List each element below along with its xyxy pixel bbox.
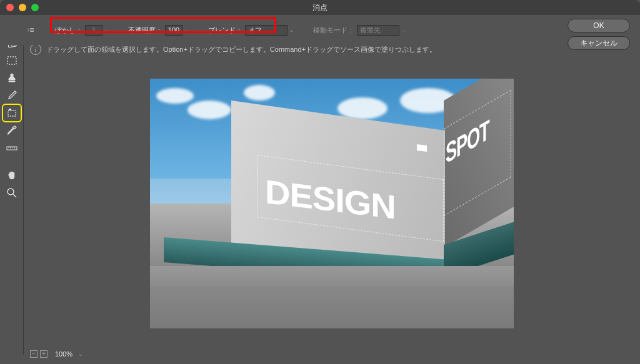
- chevron-down-icon[interactable]: ⌵: [184, 27, 189, 33]
- menu-icon[interactable]: [28, 27, 34, 33]
- blend-option: ブレンド： ⌵: [208, 25, 294, 36]
- chevron-down-icon[interactable]: ⌵: [104, 27, 109, 33]
- zoom-tool[interactable]: [4, 186, 19, 200]
- opacity-label: 不透明度：: [128, 26, 162, 35]
- tool-sidebar: [0, 15, 24, 355]
- traffic-lights: [0, 4, 39, 11]
- hand-tool[interactable]: [4, 169, 19, 182]
- brush-tool[interactable]: [4, 89, 19, 102]
- window-title: 消点: [312, 2, 328, 13]
- hint-bar: i ドラッグして面の領域を選択します。Option+ドラッグでコピーします。Co…: [0, 44, 640, 55]
- close-window-button[interactable]: [6, 4, 14, 11]
- window-titlebar: 消点: [0, 0, 640, 15]
- chevron-down-icon: ⌵: [401, 27, 406, 33]
- status-bar: − + 100% ⌵: [24, 348, 640, 360]
- chevron-down-icon[interactable]: ⌵: [289, 27, 294, 33]
- hint-text: ドラッグして面の領域を選択します。Option+ドラッグでコピーします。Comm…: [46, 45, 436, 54]
- opacity-option: 不透明度： ⌵: [128, 25, 189, 36]
- move-mode-option: 移動モード： ⌵: [313, 25, 406, 36]
- svg-point-3: [8, 189, 14, 195]
- opacity-input[interactable]: [165, 25, 182, 36]
- transform-tool[interactable]: [4, 106, 19, 120]
- zoom-out-button[interactable]: −: [30, 350, 38, 358]
- blend-label: ブレンド：: [208, 26, 242, 35]
- svg-rect-0: [8, 57, 16, 64]
- stamp-tool[interactable]: [4, 71, 19, 85]
- measure-tool[interactable]: [4, 141, 19, 155]
- blur-option: ぼかし： ⌵: [55, 25, 109, 36]
- blur-input[interactable]: [85, 25, 102, 36]
- info-icon: i: [30, 44, 41, 55]
- blend-select[interactable]: [245, 25, 288, 36]
- zoom-in-button[interactable]: +: [40, 350, 48, 358]
- move-mode-select: [357, 25, 399, 36]
- eyedropper-tool[interactable]: [4, 124, 19, 137]
- svg-rect-2: [7, 147, 17, 150]
- svg-rect-1: [8, 111, 16, 116]
- dialog-buttons: OK キャンセル: [568, 19, 630, 50]
- marquee-tool[interactable]: [4, 54, 19, 67]
- canvas-viewport[interactable]: DESIGN SPOT: [24, 55, 640, 345]
- move-mode-label: 移動モード：: [313, 26, 354, 35]
- blur-label: ぼかし：: [55, 26, 82, 35]
- cancel-button[interactable]: キャンセル: [568, 36, 630, 50]
- minimize-window-button[interactable]: [19, 4, 26, 11]
- chevron-down-icon[interactable]: ⌵: [78, 351, 83, 357]
- ok-button[interactable]: OK: [568, 19, 630, 32]
- canvas-image[interactable]: DESIGN SPOT: [150, 79, 514, 328]
- maximize-window-button[interactable]: [31, 4, 39, 11]
- options-bar: ぼかし： ⌵ 不透明度： ⌵ ブレンド： ⌵ 移動モード： ⌵: [0, 15, 640, 45]
- zoom-value[interactable]: 100%: [55, 350, 72, 358]
